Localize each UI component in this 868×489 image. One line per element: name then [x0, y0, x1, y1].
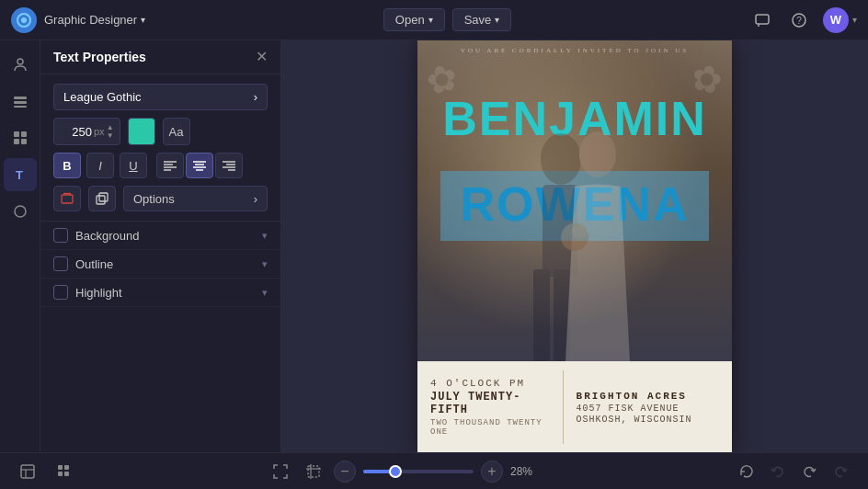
- font-chevron: ›: [254, 90, 257, 104]
- highlight-chevron[interactable]: ▾: [262, 287, 268, 299]
- text-case-button[interactable]: Aa: [163, 118, 190, 145]
- background-left: Background: [53, 228, 139, 243]
- card-photo: ✿ ✿ YOU ARE CORDIALLY INVITED TO JOIN US…: [417, 40, 732, 361]
- format-row: B I U: [53, 153, 268, 178]
- svg-rect-2: [756, 15, 769, 24]
- italic-button[interactable]: I: [86, 153, 114, 178]
- sidebar-icon-template[interactable]: [4, 121, 37, 154]
- panel-close-button[interactable]: ✕: [256, 50, 268, 64]
- font-selector[interactable]: League Gothic ›: [53, 84, 268, 110]
- avatar-chevron: ▾: [852, 15, 857, 25]
- align-right-button[interactable]: [215, 153, 243, 178]
- fit-icon[interactable]: [268, 459, 293, 484]
- font-size-input[interactable]: [60, 125, 92, 139]
- layers-toggle-icon[interactable]: [15, 459, 40, 484]
- svg-rect-31: [97, 196, 105, 204]
- svg-rect-10: [21, 131, 27, 137]
- sidebar-icon-users[interactable]: [4, 48, 37, 81]
- svg-rect-8: [14, 106, 27, 108]
- options-label: Options: [133, 192, 175, 206]
- zoom-slider-thumb[interactable]: [389, 465, 402, 478]
- help-icon[interactable]: ?: [786, 7, 812, 33]
- outline-label: Outline: [75, 257, 113, 271]
- undo-button[interactable]: [765, 459, 791, 484]
- bottom-right: [734, 459, 853, 484]
- svg-rect-12: [21, 139, 27, 144]
- save-button[interactable]: Save ▾: [452, 8, 512, 31]
- card-info: 4 O'CLOCK PM JULY TWENTY-FIFTH TWO THOUS…: [417, 361, 732, 452]
- options-button[interactable]: Options ›: [123, 186, 268, 211]
- info-time: 4 O'CLOCK PM: [430, 378, 550, 389]
- sidebar-icon-shapes[interactable]: [4, 195, 37, 228]
- app-title-text: Graphic Designer: [44, 13, 137, 27]
- open-button[interactable]: Open ▾: [383, 8, 445, 31]
- svg-rect-32: [99, 193, 108, 201]
- panel-title: Text Properties: [53, 50, 146, 64]
- svg-rect-47: [308, 466, 319, 477]
- refresh-icon[interactable]: [734, 459, 760, 484]
- highlight-checkbox[interactable]: [53, 285, 68, 300]
- svg-rect-40: [21, 465, 34, 478]
- svg-rect-45: [58, 472, 63, 476]
- font-size-input-wrap: px ▲ ▼: [53, 118, 120, 145]
- svg-point-1: [21, 17, 27, 23]
- topbar-left: Graphic Designer ▾: [11, 7, 145, 33]
- highlight-left: Highlight: [53, 285, 122, 300]
- zoom-out-button[interactable]: −: [334, 461, 356, 483]
- sidebar-icon-layers[interactable]: [4, 85, 37, 118]
- user-menu[interactable]: W ▾: [823, 7, 857, 33]
- outline-checkbox[interactable]: [53, 256, 68, 271]
- zoom-slider-track[interactable]: [363, 470, 474, 473]
- card-info-right: BRIGHTON ACRES 4057 FISK AVENUE OSHKOSH,…: [564, 361, 732, 452]
- invite-text: YOU ARE CORDIALLY INVITED TO JOIN US: [417, 47, 732, 54]
- main-content: T Text Properties ✕ League Gothic › px: [0, 40, 868, 452]
- topbar-right: ? W ▾: [749, 7, 857, 33]
- svg-rect-11: [14, 139, 19, 144]
- app-title[interactable]: Graphic Designer ▾: [44, 13, 145, 27]
- avatar[interactable]: W: [823, 7, 849, 33]
- app-title-chevron: ▾: [141, 15, 145, 25]
- outline-chevron[interactable]: ▾: [262, 258, 268, 270]
- svg-point-39: [572, 223, 587, 238]
- align-group: [156, 153, 243, 178]
- sidebar-icons: T: [0, 40, 40, 452]
- topbar-center: Open ▾ Save ▾: [383, 8, 511, 31]
- canvas-area[interactable]: ✿ ✿ YOU ARE CORDIALLY INVITED TO JOIN US…: [281, 40, 868, 452]
- align-left-button[interactable]: [156, 153, 184, 178]
- svg-text:T: T: [16, 168, 23, 182]
- info-venue: BRIGHTON ACRES: [577, 391, 719, 402]
- sidebar-icon-text[interactable]: T: [4, 158, 37, 191]
- card-info-left: 4 O'CLOCK PM JULY TWENTY-FIFTH TWO THOUS…: [417, 361, 563, 452]
- font-size-unit: px: [94, 126, 105, 137]
- outline-left: Outline: [53, 256, 113, 271]
- copy-button[interactable]: [88, 186, 116, 211]
- font-size-arrows: ▲ ▼: [107, 124, 114, 140]
- svg-rect-9: [14, 131, 19, 137]
- chat-icon[interactable]: [749, 7, 775, 33]
- options-chevron: ›: [254, 192, 257, 206]
- background-chevron[interactable]: ▾: [262, 230, 268, 242]
- bold-button[interactable]: B: [53, 153, 81, 178]
- outline-row: Outline ▾: [40, 250, 280, 279]
- highlight-row: Highlight ▾: [40, 279, 280, 307]
- svg-point-37: [579, 131, 616, 177]
- zoom-in-button[interactable]: +: [481, 461, 503, 483]
- svg-text:?: ?: [796, 16, 802, 26]
- grid-toggle-icon[interactable]: [51, 459, 77, 484]
- background-row: Background ▾: [40, 222, 280, 250]
- font-size-up[interactable]: ▲: [107, 124, 114, 131]
- align-center-button[interactable]: [186, 153, 213, 178]
- forward-button[interactable]: [828, 459, 853, 484]
- app-logo[interactable]: [11, 7, 37, 33]
- redo-button[interactable]: [796, 459, 822, 484]
- delete-button[interactable]: [53, 186, 81, 211]
- wedding-card: ✿ ✿ YOU ARE CORDIALLY INVITED TO JOIN US…: [417, 40, 732, 452]
- underline-button[interactable]: U: [120, 153, 147, 178]
- bottom-center: − + 28%: [268, 459, 543, 484]
- info-city: OSHKOSH, WISCONSIN: [577, 415, 719, 425]
- background-checkbox[interactable]: [53, 228, 68, 243]
- font-size-down[interactable]: ▼: [107, 132, 114, 140]
- crop-icon[interactable]: [301, 459, 326, 484]
- bottom-bar: − + 28%: [0, 452, 868, 489]
- color-swatch[interactable]: [128, 118, 155, 145]
